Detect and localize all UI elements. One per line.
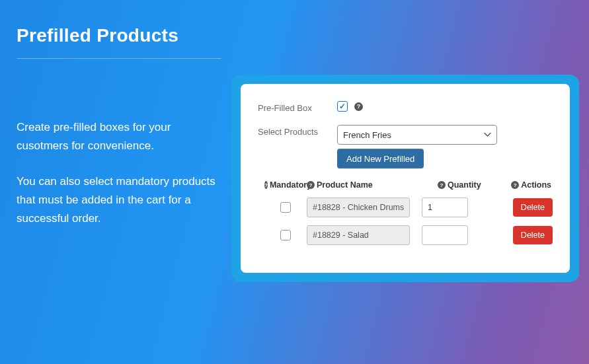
th-product-name: Product Name: [317, 180, 373, 190]
th-mandatory: Mandatory: [270, 180, 311, 190]
page-title: Prefilled Products: [17, 25, 221, 59]
help-icon[interactable]: ?: [264, 181, 268, 189]
table-row: Delete: [258, 198, 553, 217]
product-name-input[interactable]: [307, 198, 410, 217]
help-icon[interactable]: ?: [307, 181, 315, 189]
th-quantity: Quantity: [448, 180, 481, 190]
prefilled-box-checkbox[interactable]: [337, 101, 348, 112]
mandatory-checkbox[interactable]: [280, 202, 291, 213]
table-row: Delete: [258, 225, 553, 245]
quantity-input[interactable]: [422, 198, 468, 217]
product-select-value: French Fries: [343, 130, 391, 140]
help-icon[interactable]: ?: [511, 181, 519, 189]
prefilled-table: ?Mandatory ?Product Name ?Quantity ?Acti…: [258, 180, 553, 245]
product-name-input[interactable]: [307, 225, 410, 245]
mandatory-checkbox[interactable]: [280, 230, 291, 240]
help-icon[interactable]: ?: [438, 181, 446, 189]
settings-panel: Pre-Filled Box ? Select Products French …: [231, 75, 579, 282]
product-select[interactable]: French Fries: [337, 125, 497, 145]
description-p1: Create pre-filled boxes for your cusotme…: [17, 118, 221, 155]
delete-button[interactable]: Delete: [513, 226, 553, 244]
quantity-input[interactable]: [422, 225, 468, 245]
help-icon[interactable]: ?: [354, 102, 363, 111]
th-actions: Actions: [521, 180, 551, 190]
add-new-prefilled-button[interactable]: Add New Prefilled: [337, 149, 424, 168]
chevron-down-icon: [484, 133, 491, 137]
delete-button[interactable]: Delete: [513, 198, 553, 217]
select-products-label: Select Products: [258, 125, 337, 137]
description-p2: You can also select mandatory products t…: [17, 172, 221, 228]
prefilled-box-label: Pre-Filled Box: [258, 101, 337, 113]
